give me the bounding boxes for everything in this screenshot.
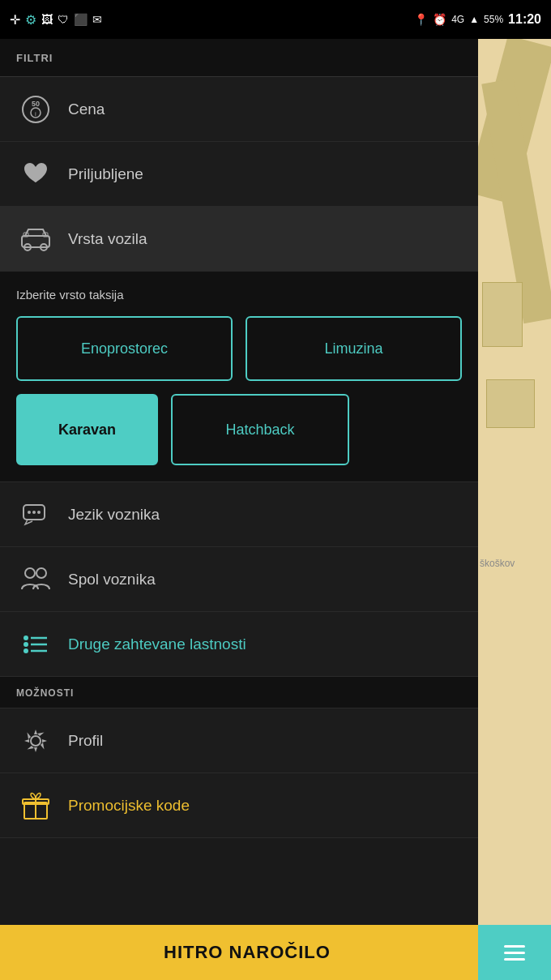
battery-label: 55% <box>484 14 503 25</box>
svg-text:i: i <box>35 110 36 118</box>
image-icon: 🖼 <box>41 13 53 26</box>
status-right-icons: 📍 ⏰ 4G ▲ 55% 11:20 <box>414 12 541 27</box>
limuzina-button[interactable]: Limuzina <box>246 316 462 381</box>
vrsta-vozila-label: Vrsta vozila <box>68 230 147 248</box>
svg-point-17 <box>23 642 28 647</box>
screen-icon: ⬛ <box>74 13 88 26</box>
people-icon <box>16 560 55 599</box>
signal-icon: ▲ <box>469 14 479 25</box>
hamburger-line-2 <box>504 952 525 954</box>
menu-item-cena[interactable]: 50 i Cena <box>0 77 478 142</box>
settings-icon: ⚙ <box>25 12 36 28</box>
profil-label: Profil <box>68 732 103 750</box>
alarm-icon: ⏰ <box>433 13 446 26</box>
add-icon: ✛ <box>10 12 20 28</box>
map-text: škoškov <box>480 558 515 569</box>
mail-icon: ✉ <box>92 13 102 26</box>
svg-point-15 <box>23 636 28 640</box>
moznosti-label: MOŽNOSTI <box>16 687 74 699</box>
vehicle-row-2: Karavan Hatchback <box>16 394 462 465</box>
menu-item-spol-voznika[interactable]: Spol voznika <box>0 547 478 612</box>
svg-point-10 <box>28 511 31 514</box>
hitro-narocilo-label[interactable]: HITRO NAROČILO <box>0 942 478 963</box>
gear-icon <box>16 721 55 760</box>
menu-item-profil[interactable]: Profil <box>0 708 478 773</box>
svg-point-14 <box>36 568 46 578</box>
spol-voznika-label: Spol voznika <box>68 571 156 588</box>
vehicle-section: Izberite vrsto taksija Enoprostorec Limu… <box>0 272 478 482</box>
menu-item-jezik-voznika[interactable]: Jezik voznika <box>0 482 478 547</box>
vehicle-subtitle: Izberite vrsto taksija <box>16 288 462 302</box>
status-bar: ✛ ⚙ 🖼 🛡 ⬛ ✉ 📍 ⏰ 4G ▲ 55% 11:20 <box>0 0 551 39</box>
filtri-header: FILTRI <box>0 39 478 77</box>
filtri-label: FILTRI <box>16 52 53 64</box>
bottom-bar: HITRO NAROČILO <box>0 925 551 980</box>
svg-point-12 <box>37 511 41 514</box>
svg-point-11 <box>32 511 36 514</box>
hamburger-menu-button[interactable] <box>478 925 551 980</box>
main-container: FILTRI 50 i Cena Priljubljene <box>0 39 551 980</box>
heart-icon <box>16 155 55 194</box>
map-building-1 <box>482 282 523 347</box>
hamburger-line-3 <box>504 958 525 961</box>
karavan-button[interactable]: Karavan <box>16 394 158 465</box>
svg-point-13 <box>25 568 35 578</box>
menu-item-druge-zahtevane[interactable]: Druge zahtevane lastnosti <box>0 612 478 677</box>
menu-item-vrsta-vozila[interactable]: Vrsta vozila <box>0 207 478 272</box>
svg-rect-4 <box>22 236 49 247</box>
svg-point-19 <box>23 648 28 653</box>
jezik-voznika-label: Jezik voznika <box>68 506 160 524</box>
cena-label: Cena <box>68 101 105 118</box>
hamburger-icon <box>504 945 525 961</box>
map-area: škoškov <box>478 39 551 980</box>
chat-icon <box>16 495 55 534</box>
coin-icon: 50 i <box>16 90 55 129</box>
promocijske-kode-label: Promocijske kode <box>68 797 190 815</box>
vehicle-row-1: Enoprostorec Limuzina <box>16 316 462 381</box>
menu-item-promocijske-kode[interactable]: Promocijske kode <box>0 773 478 838</box>
priljubljene-label: Priljubljene <box>68 165 143 183</box>
car-icon <box>16 220 55 259</box>
drawer: FILTRI 50 i Cena Priljubljene <box>0 39 478 980</box>
list-icon <box>16 625 55 664</box>
shield-icon: 🛡 <box>58 13 69 26</box>
svg-point-21 <box>31 736 41 746</box>
moznosti-header: MOŽNOSTI <box>0 677 478 708</box>
hatchback-button[interactable]: Hatchback <box>171 394 349 465</box>
network-label: 4G <box>451 14 464 25</box>
menu-item-priljubljene[interactable]: Priljubljene <box>0 142 478 207</box>
enoprostorec-button[interactable]: Enoprostorec <box>16 316 233 381</box>
status-left-icons: ✛ ⚙ 🖼 🛡 ⬛ ✉ <box>10 12 102 28</box>
hamburger-line-1 <box>504 945 525 948</box>
svg-text:50: 50 <box>32 100 40 108</box>
druge-zahtevane-label: Druge zahtevane lastnosti <box>68 636 246 653</box>
status-time: 11:20 <box>508 12 541 27</box>
gift-icon <box>16 786 55 825</box>
location-icon: 📍 <box>414 13 428 26</box>
map-building-2 <box>486 379 535 428</box>
